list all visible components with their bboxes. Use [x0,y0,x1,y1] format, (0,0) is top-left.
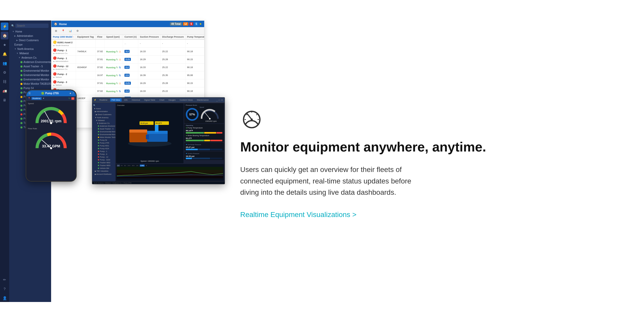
col-suction[interactable]: Suction Pressure [138,35,160,39]
sidebar-icon-help[interactable]: ? [1,285,8,293]
tab-maintenance[interactable]: Maintenance [195,98,210,102]
table-row[interactable]: 🔴 Pump - 1 ▲ Administration 37.81 Runnin… [51,56,204,63]
maximize-btn[interactable]: □ [219,99,220,101]
sidebar-icon-edit[interactable]: ✏ [1,276,8,284]
dw-nav-dc[interactable]: ▶ Direct Customers [92,113,115,116]
refresh-btn[interactable]: ↻ [68,97,70,100]
dropdown-arrow[interactable]: ▼ [43,97,45,100]
col-discharge[interactable]: Discharge Pressure [160,35,186,39]
dw-nav-item-4[interactable]: Environmental Monitor - 3 [92,133,115,136]
sidebar-item-motor-monitor[interactable]: Motor Monitor TAGB10591... [9,82,51,86]
sidebar-icon-home[interactable]: 🏠 [1,32,8,39]
chart-time-1h[interactable]: 1H [117,165,120,167]
col-equipment-tag[interactable]: Equipment Tag [76,35,95,39]
tab-realtime[interactable]: Realtime [98,98,109,102]
minimize-btn[interactable]: _ [216,99,218,101]
dw-nav-item-10[interactable]: Pump - 1 [92,150,115,153]
search-input[interactable] [15,24,49,28]
tab-gauges[interactable]: Gauges [167,98,177,102]
dw-nav-home[interactable]: ▼ Home [92,107,115,110]
table-row[interactable]: 🔴 Pump - 1 ▲ Anderson Co. 74456LK 37.82 … [51,48,204,56]
tab-fmi[interactable]: FMI View [110,98,122,102]
star-icon[interactable]: ★ [199,23,202,25]
dw-nav-item-1[interactable]: Anderson Environmental Mo... [92,125,115,127]
dw-nav-item-15[interactable]: Tracker 6803 [92,164,115,167]
close-btn[interactable]: ✕ [221,99,223,101]
sidebar-icon-settings[interactable]: ⚙ [1,69,8,76]
dw-nav-midwest[interactable]: ▼ Midwest [92,119,115,122]
col-flow[interactable]: Flow [95,35,105,39]
sidebar-icon-logo[interactable]: ⚡ [1,23,8,30]
sidebar-icon-bell[interactable]: 🔔 [1,50,8,58]
settings-icon[interactable]: ⚙ [75,28,80,33]
table-row[interactable]: 🔴 Pump - 2 ▲ Nelson 16.97 Running ↻ ⇅ 2.… [51,71,204,79]
table-row[interactable]: 🔴 Pump - 3 ▲ Nelson 37.81 Running ↻ ⚠ 2.… [51,79,204,87]
sidebar-item-anderson-env[interactable]: Anderson Environmental Mo... [9,60,51,64]
sidebar-item-env-3[interactable]: Environmental Monitor - 3 [9,73,51,77]
dw-nav-na[interactable]: ▼ North America [92,116,115,119]
sidebar-icon-network[interactable]: ⛓ [1,78,8,85]
chart-time-24h[interactable]: 24H [127,165,131,167]
dw-nav-item-16[interactable]: Vehicle 064 [92,167,115,170]
tab-content[interactable]: Content Views [178,98,194,102]
sidebar-item-midwest[interactable]: ▼ Midwest [9,51,51,56]
sidebar-item-direct-customers[interactable]: ▶ Direct Customers [9,38,51,42]
sidebar-icon-truck[interactable]: 🚛 [1,87,8,95]
table-row[interactable]: 🟡 81001 Asset 2 ▲ South America -- - - -… [51,39,204,48]
window-toolbar: ⊞ 📍 📊 ⚙ [51,27,204,35]
chart-time-48h[interactable]: 48H [131,165,135,167]
sidebar-item-europe[interactable]: Europe [9,42,51,47]
sidebar-icon-screen[interactable]: 🖥 [1,96,8,104]
sidebar-icon-star[interactable]: ★ [1,41,8,49]
sidebar-item-env-2[interactable]: Environmental Monitor - 2 [9,69,51,73]
dw-nav-admin[interactable]: ▶ Administration [92,110,115,113]
grid-icon[interactable]: ⊞ [53,28,59,33]
dw-nav-item-2[interactable]: Asset Tracker - 5 [92,127,115,130]
star-icon[interactable]: ★ [69,92,72,95]
sidebar-icon-user-avatar[interactable]: 👤 [1,294,8,302]
chart-pause[interactable]: ⏸ [145,165,148,167]
dw-nav-anderson[interactable]: ▼ Anderson Co. [92,122,115,125]
dw-nav-item-6[interactable]: Pump 54 [92,139,115,142]
sidebar-item-home[interactable]: ▼ Home [9,29,51,34]
sidebar-item-administration[interactable]: ▶ Administration [9,34,51,38]
cell-current: 2.2 [123,87,138,95]
dw-nav-item-11[interactable]: Pump - 8 [92,153,115,156]
col-pump-model[interactable]: Pump 1000 Model ↑ [51,35,76,39]
col-current[interactable]: Current (A) [123,35,138,39]
chart-time-8h[interactable]: 8H [124,165,127,167]
location-icon[interactable]: 📍 [61,28,66,33]
dw-nav-account[interactable]: ▶ Account Distributor [92,173,115,176]
table-row[interactable]: 🔴 Pump - 12 ▲ Anderson Co. 65348GF 37.82… [51,63,204,71]
dw-nav-item-8[interactable]: Pump 4001 [92,144,115,147]
temp-icon: ● [186,127,187,129]
chart-icon[interactable]: 📊 [68,28,73,33]
sidebar-item-env-5[interactable]: Environmental Monitor - 5 [9,77,51,82]
dw-nav-tbc[interactable]: ▶ TBC Industries [92,170,115,173]
tab-signal[interactable]: Signal Table [143,98,157,102]
tab-historical[interactable]: Historical [130,98,142,102]
chart-time-1w[interactable]: 1W [135,165,139,167]
col-speed[interactable]: Speed (rpm) [105,35,123,39]
hamburger-icon[interactable]: ☰ [28,92,31,95]
tab-chart[interactable]: Chart [158,98,166,102]
chart-time-4h[interactable]: 4H [120,165,123,167]
dw-nav-item-3[interactable]: Environmental Monitor - 2 [92,130,115,133]
chart-live[interactable]: LIVE [140,165,145,167]
feature-link[interactable]: Realtime Equipment Visualizations > [240,211,624,219]
sidebar-item-anderson-co[interactable]: ▼ Anderson Co. [9,56,51,60]
tab-info[interactable]: Info [123,98,129,102]
cell-tag [76,56,95,63]
share-icon[interactable]: ⤴ [73,92,74,95]
phone-tab-realtime[interactable]: Realtime [31,97,42,100]
dw-nav-item-12[interactable]: Pump - 12 [92,156,115,158]
dw-nav-item-7[interactable]: Pump 2755 [92,142,115,144]
dw-nav-item-5[interactable]: Motor Monitor TAGB10591-H [92,136,115,139]
sidebar-icon-users[interactable]: 👥 [1,59,8,67]
col-pump-temp[interactable]: Pump Temperature [186,35,204,39]
dw-nav-item-14[interactable]: Tracker 6802 [92,161,115,164]
dw-nav-item-13[interactable]: Pump - 3234 [92,158,115,161]
sidebar-item-north-america[interactable]: ▼ North America [9,47,51,51]
sidebar-item-asset-tracker[interactable]: Asset Tracker - 5 [9,64,51,69]
dw-nav-item-9[interactable]: Pump 4324 [92,147,115,150]
